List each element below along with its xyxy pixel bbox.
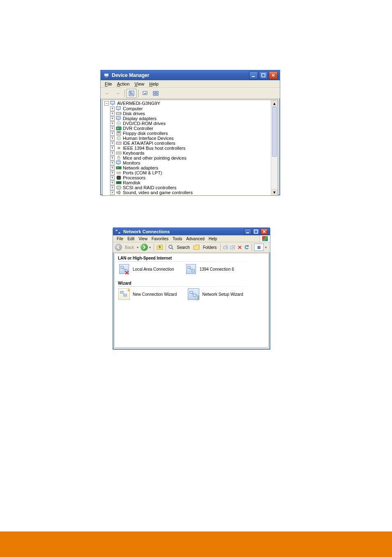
expand-icon[interactable]: + <box>110 176 115 180</box>
forward-button[interactable] <box>141 244 148 251</box>
content-pane: LAN or High-Speed Internet ✕ Local Area … <box>114 253 269 348</box>
svg-rect-2 <box>252 76 255 77</box>
tree-node[interactable]: +Monitors <box>110 160 278 165</box>
refresh-button[interactable] <box>140 89 150 98</box>
expand-icon[interactable]: + <box>110 116 115 121</box>
expand-icon[interactable]: + <box>110 136 115 141</box>
item-new-connection-wizard[interactable]: ✦ New Connection Wizard <box>118 288 177 300</box>
expand-icon[interactable]: + <box>110 195 115 196</box>
forward-dropdown[interactable]: ▾ <box>149 246 151 249</box>
views-button[interactable]: ▦ <box>254 244 264 251</box>
separator <box>220 244 221 251</box>
titlebar[interactable]: Device Manager <box>101 70 280 80</box>
expand-icon[interactable]: + <box>110 156 115 160</box>
item-1394-connection[interactable]: 1394 Connection 6 <box>185 263 234 275</box>
tree-node[interactable]: +Ramdisk <box>110 180 278 185</box>
scroll-thumb[interactable] <box>272 107 277 157</box>
tree-node[interactable]: +IDE ATA/ATAPI controllers <box>110 141 278 146</box>
device-category-icon <box>116 111 122 116</box>
expand-icon[interactable]: + <box>110 166 115 170</box>
expand-icon[interactable]: + <box>110 141 115 146</box>
move-to-button[interactable] <box>223 244 228 250</box>
close-button[interactable] <box>261 228 268 235</box>
item-network-setup-wizard[interactable]: 🛡️ Network Setup Wizard <box>187 288 243 300</box>
expand-icon[interactable]: + <box>110 121 115 126</box>
delete-button[interactable]: ✕ <box>237 244 242 250</box>
menu-advanced[interactable]: Advanced <box>184 235 206 242</box>
tree-node[interactable]: +Human Interface Devices <box>110 136 278 141</box>
tree-node[interactable]: +DVD/CD-ROM drives <box>110 121 278 126</box>
menu-favorites[interactable]: Favorites <box>150 235 171 242</box>
back-button[interactable] <box>115 244 122 251</box>
expand-icon[interactable]: + <box>110 126 115 131</box>
menu-help[interactable]: Help <box>147 80 161 88</box>
menu-action[interactable]: Action <box>115 80 132 88</box>
properties-button[interactable] <box>127 89 136 98</box>
item-label: 1394 Connection 6 <box>200 267 234 272</box>
collapse-icon[interactable]: − <box>104 101 109 106</box>
menu-file[interactable]: File <box>102 80 115 88</box>
back-button[interactable]: ← <box>102 89 112 98</box>
up-button[interactable] <box>156 244 164 251</box>
device-category-icon <box>116 195 122 196</box>
expand-icon[interactable]: + <box>110 186 115 190</box>
tree-node[interactable]: +Computer <box>110 106 278 111</box>
menu-tools[interactable]: Tools <box>171 235 184 242</box>
scroll-track[interactable] <box>271 107 278 189</box>
device-category-icon <box>116 180 122 185</box>
back-dropdown[interactable]: ▾ <box>137 246 138 249</box>
expand-icon[interactable]: + <box>110 190 115 195</box>
forward-button[interactable]: → <box>113 89 123 98</box>
tree-node[interactable]: +Floppy disk controllers <box>110 131 278 136</box>
tree-node[interactable]: +Mice and other pointing devices <box>110 155 278 160</box>
expand-icon[interactable]: + <box>110 151 115 155</box>
scrollbar[interactable]: ▴ ▾ <box>271 100 278 195</box>
tree-node[interactable]: +DVR Controller <box>110 126 278 131</box>
expand-icon[interactable]: + <box>110 131 115 136</box>
tree-node[interactable]: +Disk drives <box>110 111 278 116</box>
root-label: AVERMEDI-G3NG9Y <box>117 101 160 106</box>
tree-node[interactable]: +Display adapters <box>110 116 278 121</box>
tree-node[interactable]: +Processors <box>110 175 278 180</box>
maximize-button[interactable] <box>252 228 260 235</box>
tree-root-node[interactable]: − AVERMEDI-G3NG9Y <box>104 101 278 106</box>
expand-icon[interactable]: + <box>110 111 115 116</box>
expand-icon[interactable]: + <box>110 146 115 151</box>
tree-node[interactable]: +SCSI and RAID controllers <box>110 185 278 190</box>
expand-icon[interactable]: + <box>110 161 115 165</box>
titlebar[interactable]: Network Connections <box>113 227 270 235</box>
menu-help[interactable]: Help <box>207 235 219 242</box>
expand-icon[interactable]: + <box>110 107 115 111</box>
maximize-button[interactable] <box>259 71 268 79</box>
folders-button[interactable]: Folders <box>203 245 217 250</box>
copy-to-button[interactable] <box>230 244 235 250</box>
tree-node[interactable]: +Ports (COM & LPT) <box>110 170 278 175</box>
scroll-down-button[interactable]: ▾ <box>271 189 278 195</box>
expand-icon[interactable]: + <box>110 171 115 175</box>
item-local-area-connection[interactable]: ✕ Local Area Connection <box>118 263 174 275</box>
tree-node-label: Ramdisk <box>123 180 141 185</box>
expand-icon[interactable]: + <box>110 181 115 185</box>
tree-node[interactable]: +IEEE 1394 Bus host controllers <box>110 146 278 151</box>
device-category-icon <box>116 136 122 141</box>
menu-view[interactable]: View <box>132 80 147 88</box>
tree-node[interactable]: +Sound, video and game controllers <box>110 190 278 195</box>
tree-node[interactable]: +Keyboards <box>110 151 278 155</box>
search-button[interactable]: Search <box>177 245 190 250</box>
item-label: Local Area Connection <box>133 267 174 272</box>
minimize-button[interactable] <box>249 71 258 79</box>
scroll-up-button[interactable]: ▴ <box>271 100 278 107</box>
view-mode-button[interactable] <box>151 89 161 98</box>
menu-edit[interactable]: Edit <box>125 235 136 242</box>
tree-node[interactable]: +Storage volumes <box>110 195 278 196</box>
tree-node-label: Display adapters <box>123 116 157 121</box>
menu-file[interactable]: File <box>115 235 125 242</box>
menubar: File Action View Help <box>101 80 280 88</box>
close-button[interactable] <box>269 71 278 79</box>
menu-view[interactable]: View <box>136 235 150 242</box>
undo-button[interactable] <box>244 244 249 250</box>
tree-node-label: Floppy disk controllers <box>123 131 168 136</box>
tree-node[interactable]: +Network adapters <box>110 165 278 170</box>
minimize-button[interactable] <box>244 228 251 235</box>
views-dropdown[interactable]: ▾ <box>265 246 267 249</box>
